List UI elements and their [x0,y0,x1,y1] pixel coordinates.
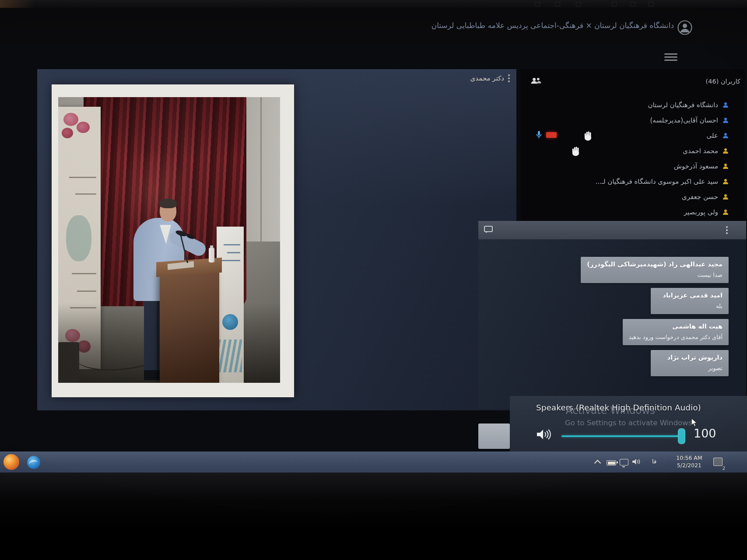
participant-row[interactable]: محمد احمدی [521,143,745,158]
chat-input-field[interactable] [478,424,510,449]
chat-sender: امید قدمی عزیزاباد [657,292,722,299]
laptop-bezel [0,472,747,560]
browser-toolbar-icon[interactable] [630,2,635,7]
hand-icon [583,130,593,143]
presenter-name-label: دکتر محمدی [470,74,504,82]
volume-slider-thumb[interactable] [678,428,685,444]
mic-icon [536,130,542,141]
participant-icon [722,193,729,200]
chat-menu-icon[interactable] [726,226,728,228]
pod-menu-icon[interactable] [508,74,510,76]
participants-title: کاربران (46) [706,78,740,85]
participant-name: دانشگاه فرهنگیان لرستان [648,101,718,109]
chat-header [478,221,746,239]
menu-hamburger-icon[interactable] [664,52,677,63]
browser-toolbar-icon[interactable] [535,2,540,7]
chat-sender: داریوش تراب نژاد [657,354,722,361]
chat-message: مجید عبدالهی راد (شهیدمیرشاکی الیگودرز)ص… [581,257,729,283]
audio-device-title: Speakers (Realtek High Definition Audio) [536,403,701,412]
participant-row[interactable]: مسعود آذرخوش [521,158,745,174]
chat-bubble-icon [484,226,493,234]
chat-sender: مجید عبدالهی راد (شهیدمیرشاکی الیگودرز) [587,261,722,268]
participant-icon [722,102,729,108]
notification-badge: 2 [722,466,725,471]
participants-list: دانشگاه فرهنگیان لرستاناحسان آقایی(مدیرج… [521,97,745,220]
chat-sender: هیت اله هاشمی [629,323,722,330]
scene-haze [58,97,280,383]
participant-icon [722,117,729,124]
chat-message: هیت اله هاشمیآقای دکتر محمدی درخواست ورو… [623,319,729,345]
hand-icon [571,146,581,158]
participant-row[interactable]: احسان آقایی(مدیرجلسه) [521,112,745,128]
chat-message: امید قدمی عزیزابادبله [651,288,729,314]
battery-icon[interactable] [607,460,616,466]
mouse-cursor [691,418,698,428]
edge-browser-icon[interactable] [27,456,40,469]
display-icon[interactable] [620,459,628,466]
participant-name: احسان آقایی(مدیرجلسه) [650,116,719,124]
firefox-icon[interactable] [4,454,19,470]
chat-text: تصویر [657,365,722,371]
participant-name: سید علی اکبر موسوی دانشگاه فرهنگیان لـ..… [595,178,718,186]
chat-message: داریوش تراب نژادتصویر [651,350,729,376]
chat-message-list[interactable]: مجید عبدالهی راد (شهیدمیرشاکی الیگودرز)ص… [478,239,746,376]
participant-icon [722,209,729,216]
participant-name: محمد احمدی [683,147,718,155]
time-label: 10:56 AM [676,455,702,461]
taskbar-volume-icon[interactable] [632,458,641,466]
participant-row[interactable]: دانشگاه فرهنگیان لرستان [521,97,745,112]
participant-name: علی [707,132,718,140]
date-label: 5/2/2021 [677,462,701,469]
windows-taskbar: فا 10:56 AM 5/2/2021 2 [0,452,747,473]
browser-toolbar-icon[interactable] [649,2,654,7]
browser-toolbar-icon[interactable] [576,2,581,7]
participant-name: ولی پوربصیر [684,208,718,216]
participant-icon [722,147,729,154]
participant-name: حسن جعفری [682,193,718,201]
language-indicator[interactable]: فا [652,458,656,465]
shared-photo-frame [52,84,294,397]
people-icon [530,77,542,85]
participant-icon [722,178,729,185]
chat-panel: مجید عبدالهی راد (شهیدمیرشاکی الیگودرز)ص… [478,221,746,409]
participant-row[interactable]: علی [521,128,745,143]
participant-row[interactable]: سید علی اکبر موسوی دانشگاه فرهنگیان لـ..… [521,174,745,189]
taskbar-clock[interactable]: 10:56 AM 5/2/2021 [671,455,708,469]
participant-icon [722,163,729,170]
laptop-screen: دانشگاه فرهنگیان لرستان × فرهنگی-اجتماعی… [0,0,747,560]
account-avatar-icon[interactable] [677,20,692,35]
browser-toolbar-icon[interactable] [612,2,617,7]
action-center-icon[interactable]: 2 [713,458,722,466]
meeting-title: دانشگاه فرهنگیان لرستان × فرهنگی-اجتماعی… [431,21,674,30]
chat-text: صدا نیست [587,272,722,278]
video-pod: دکتر محمدی [37,69,516,410]
meeting-header: دانشگاه فرهنگیان لرستان × فرهنگی-اجتماعی… [0,8,747,44]
browser-chrome-strip [0,0,747,8]
volume-slider-track[interactable] [561,435,680,437]
speaker-icon[interactable] [536,428,551,441]
participant-row[interactable]: ولی پوربصیر [521,204,745,220]
participant-icon [722,132,729,139]
participant-name: مسعود آذرخوش [674,162,718,170]
volume-value: 100 [694,427,716,440]
participant-row[interactable]: حسن جعفری [521,189,745,204]
chat-text: بله [657,303,722,309]
video-pod-header: دکتر محمدی [470,74,510,82]
participants-panel: کاربران (46) دانشگاه فرهنگیان لرستاناحسا… [521,69,745,221]
volume-overlay: Activate Windows Speakers (Realtek High … [510,396,747,454]
browser-toolbar-icon[interactable] [555,2,560,7]
chat-text: آقای دکتر محمدی درخواست ورود بدهید [629,334,722,340]
rec-icon [546,132,557,138]
stage-scene [58,97,280,383]
activate-windows-watermark-line2: Go to Settings to activate Windows [565,419,692,427]
tray-chevron-up-icon[interactable] [594,460,601,467]
